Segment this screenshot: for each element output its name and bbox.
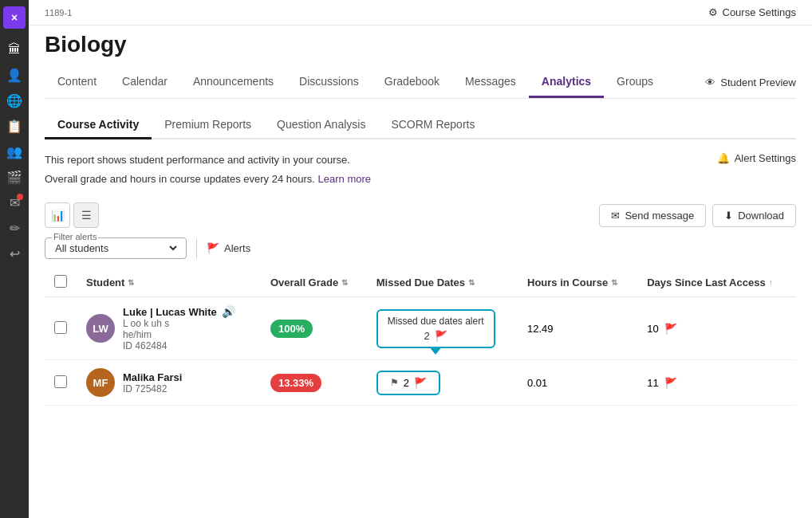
missed-dates-tooltip-luke: Missed due dates alert 2 🚩 [376, 309, 495, 348]
student-id-malika: ID 725482 [123, 383, 182, 394]
tab-gradebook[interactable]: Gradebook [372, 67, 452, 98]
description-text: This report shows student performance an… [45, 152, 371, 190]
sub-tabs: Course Activity Premium Reports Question… [45, 112, 796, 139]
sub-tab-question-analysis[interactable]: Question Analysis [264, 112, 378, 139]
course-settings-button[interactable]: ⚙ Course Settings [708, 6, 797, 18]
nav-tabs: Content Calendar Announcements Discussio… [45, 67, 796, 99]
sidebar-icon-back[interactable]: ↩ [3, 242, 26, 265]
tab-content[interactable]: Content [45, 67, 109, 98]
student-info-luke: Luke | Lucas White 🔊 L oo k uh s he/him … [123, 305, 235, 351]
filter-row: Filter alerts All students Missing due d… [45, 237, 796, 259]
send-message-button[interactable]: ✉ Send message [599, 204, 706, 227]
description-line2: Overall grade and hours in course update… [45, 171, 371, 187]
col-days[interactable]: Days Since Last Access ↑ [637, 269, 796, 297]
student-pronouns-luke: he/him [123, 329, 235, 340]
sub-tab-course-activity[interactable]: Course Activity [45, 112, 152, 139]
days-flag-luke: 🚩 [664, 323, 677, 335]
sidebar-icon-mail[interactable]: ✉ [3, 191, 26, 214]
flag-icon-luke: 🚩 [435, 330, 447, 342]
flag-icon: 🚩 [207, 242, 219, 254]
flag-right-malika: 🚩 [414, 377, 427, 389]
student-name-luke: Luke | Lucas White 🔊 [123, 305, 235, 318]
description-row: This report shows student performance an… [45, 152, 796, 190]
days-cell-malika: 11 🚩 [637, 360, 796, 406]
page-title: Biology [45, 32, 796, 57]
learn-more-link[interactable]: Learn more [318, 173, 371, 185]
grade-sort-icon: ⇅ [341, 278, 348, 287]
chart-view-button[interactable]: 📊 [45, 202, 70, 228]
row-checkbox-luke[interactable] [54, 321, 67, 334]
grade-badge-luke: 100% [270, 320, 313, 338]
students-table: Student ⇅ Overall Grade ⇅ [45, 269, 796, 406]
col-grade[interactable]: Overall Grade ⇅ [261, 269, 367, 297]
sidebar-icon-groups[interactable]: 👥 [3, 140, 26, 163]
row-checkbox-malika[interactable] [54, 375, 67, 388]
list-icon: ☰ [81, 209, 92, 222]
days-cell-luke: 10 🚩 [637, 297, 796, 360]
table-row: MF Malika Farsi ID 725482 13.33% [45, 360, 796, 406]
col-student[interactable]: Student ⇅ [77, 269, 261, 297]
tab-groups[interactable]: Groups [604, 67, 666, 98]
student-sort-icon: ⇅ [128, 278, 134, 287]
header: Biology Content Calendar Announcements D… [29, 26, 812, 99]
sidebar-close-button[interactable]: × [3, 6, 26, 29]
download-icon: ⬇ [724, 210, 733, 222]
tab-discussions[interactable]: Discussions [286, 67, 372, 98]
filter-label: Filter alerts [52, 232, 98, 241]
avatar-luke: LW [86, 314, 115, 343]
tab-analytics[interactable]: Analytics [529, 67, 604, 98]
alerts-button[interactable]: 🚩 Alerts [207, 242, 250, 254]
view-toggle: 📊 ☰ [45, 202, 99, 228]
sidebar-icon-clipboard[interactable]: 📋 [3, 115, 26, 137]
col-missed[interactable]: Missed Due Dates ⇅ [367, 269, 518, 297]
alert-settings-button[interactable]: 🔔 Alert Settings [717, 152, 796, 164]
filter-alerts-select[interactable]: All students Missing due dates Low grade… [52, 241, 179, 255]
tooltip-arrow [429, 347, 442, 355]
hours-sort-icon: ⇅ [611, 278, 617, 287]
days-flag-malika: 🚩 [664, 377, 677, 389]
eye-icon: 👁 [705, 77, 715, 88]
student-preview-button[interactable]: 👁 Student Preview [705, 70, 796, 95]
content-area: Course Activity Premium Reports Question… [29, 99, 812, 518]
audio-icon-luke[interactable]: 🔊 [222, 305, 235, 318]
tooltip-text-luke: Missed due dates alert [388, 316, 484, 327]
filter-select-wrap: Filter alerts All students Missing due d… [45, 237, 187, 259]
download-button[interactable]: ⬇ Download [712, 204, 796, 227]
missed-sort-icon: ⇅ [468, 278, 475, 287]
days-sort-icon: ↑ [769, 278, 773, 287]
description-line1: This report shows student performance an… [45, 152, 371, 168]
student-cell-malika: MF Malika Farsi ID 725482 [77, 360, 261, 406]
mail-icon: ✉ [611, 210, 620, 222]
divider [196, 239, 197, 258]
sub-tab-scorm-reports[interactable]: SCORM Reports [378, 112, 487, 139]
top-bar: 1189-1 ⚙ Course Settings [29, 0, 812, 26]
tab-announcements[interactable]: Announcements [180, 67, 286, 98]
sidebar-icon-globe[interactable]: 🌐 [3, 89, 26, 112]
list-view-button[interactable]: ☰ [73, 202, 99, 228]
gear-icon: ⚙ [708, 6, 718, 18]
table-wrap: Student ⇅ Overall Grade ⇅ [45, 269, 796, 406]
sidebar-icon-home[interactable]: 🏛 [3, 38, 26, 61]
missed-cell-luke: Missed due dates alert 2 🚩 [367, 297, 518, 360]
missed-cell-malika: ⚑ 2 🚩 [367, 360, 518, 406]
grade-cell-luke: 100% [261, 297, 367, 360]
student-info-malika: Malika Farsi ID 725482 [123, 371, 182, 394]
select-all-checkbox[interactable] [54, 275, 67, 288]
tab-messages[interactable]: Messages [452, 67, 529, 98]
sidebar-icon-edit[interactable]: ✏ [3, 217, 26, 239]
course-id: 1189-1 [45, 8, 72, 18]
student-cell-luke: LW Luke | Lucas White 🔊 L oo k uh s he/h… [77, 297, 261, 360]
hours-cell-malika: 0.01 [518, 360, 637, 406]
col-hours[interactable]: Hours in Course ⇅ [518, 269, 637, 297]
hours-cell-luke: 12.49 [518, 297, 637, 360]
student-name-malika: Malika Farsi [123, 371, 182, 383]
grade-badge-malika: 13.33% [270, 374, 321, 392]
sub-tab-premium-reports[interactable]: Premium Reports [152, 112, 264, 139]
main-content: 1189-1 ⚙ Course Settings Biology Content… [29, 0, 812, 518]
tab-calendar[interactable]: Calendar [109, 67, 180, 98]
toolbar-actions: ✉ Send message ⬇ Download [599, 204, 796, 227]
sidebar-icon-user[interactable]: 👤 [3, 64, 26, 86]
flag-left-malika: ⚑ [390, 377, 399, 388]
sidebar-icon-video[interactable]: 🎬 [3, 166, 26, 188]
missed-val-luke: 2 🚩 [424, 330, 447, 342]
